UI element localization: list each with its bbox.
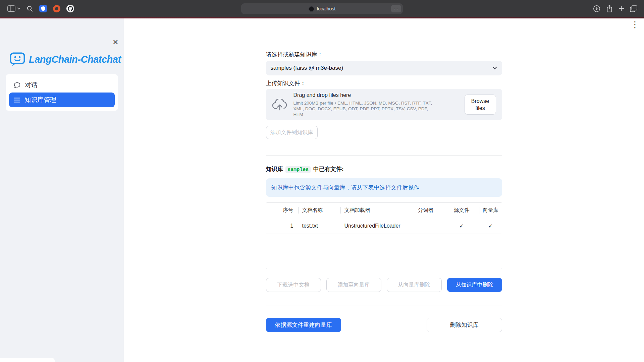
page-settings-button[interactable]: ⋯ — [391, 5, 401, 12]
table-header-splitter[interactable]: 分词器 — [408, 203, 444, 218]
address-bar[interactable]: localhost ⋯ — [241, 3, 403, 14]
kb-select[interactable]: samples (faiss @ m3e-base) — [266, 61, 502, 75]
downloads-icon[interactable] — [593, 5, 600, 12]
search-button[interactable] — [26, 5, 33, 12]
table-header-source[interactable]: 源文件 — [444, 203, 480, 218]
table-header-row: 序号 文档名称 文档加载器 分词器 源文件 向量库 — [266, 203, 502, 218]
add-files-to-kb-button[interactable]: 添加文件到知识库 — [266, 126, 318, 139]
kb-heading-suffix: 中已有文件: — [312, 166, 343, 172]
file-dropzone[interactable]: Drag and drop files here Limit 200MB per… — [266, 89, 502, 120]
sidebar-item-label: 对话 — [25, 81, 38, 89]
delete-from-kb-button[interactable]: 从知识库中删除 — [447, 278, 502, 292]
dropzone-limits: Limit 200MB per file • EML, HTML, JSON, … — [293, 100, 438, 117]
main-content: ⋮ 请选择或新建知识库： samples (faiss @ m3e-base) … — [124, 18, 644, 362]
list-icon — [14, 98, 20, 103]
cell-index: 1 — [266, 218, 298, 234]
table-header-name[interactable]: 文档名称 — [298, 203, 340, 218]
extension-github-icon[interactable] — [66, 5, 74, 12]
table-header-loader[interactable]: 文档加载器 — [340, 203, 408, 218]
tab-overview-icon[interactable] — [630, 5, 637, 12]
new-tab-icon[interactable] — [619, 6, 624, 11]
dropzone-title: Drag and drop files here — [293, 92, 438, 98]
browser-toolbar: localhost ⋯ — [0, 0, 644, 17]
delete-kb-button[interactable]: 删除知识库 — [427, 318, 502, 332]
site-favicon — [309, 6, 314, 12]
kb-files-heading: 知识库 samples 中已有文件: — [266, 165, 502, 173]
sidebar-panel-icon — [7, 5, 15, 12]
kb-name-code: samples — [285, 166, 311, 173]
app-sidebar: ✕ LangChain-Chatchat 对 — [0, 18, 124, 362]
extension-shield-icon[interactable] — [39, 5, 47, 12]
browser-status-bar — [0, 358, 55, 362]
sidebar-toggle-button[interactable] — [7, 5, 20, 12]
kb-select-value: samples (faiss @ m3e-base) — [271, 65, 343, 71]
search-icon — [26, 5, 33, 12]
cell-loader: UnstructuredFileLoader — [340, 218, 408, 234]
browse-files-button[interactable]: Browse files — [465, 95, 496, 115]
info-banner: 知识库中包含源文件与向量库，请从下表中选择文件后操作 — [266, 178, 502, 197]
download-selected-button[interactable]: 下载选中文档 — [266, 278, 321, 292]
table-header-vector[interactable]: 向量库 — [480, 203, 502, 218]
table-row[interactable]: 1 test.txt UnstructuredFileLoader ✓ ✓ — [266, 218, 502, 234]
divider — [266, 305, 502, 305]
share-icon[interactable] — [606, 5, 613, 12]
chevron-down-icon — [17, 7, 20, 10]
cell-vector-check: ✓ — [480, 218, 502, 234]
sidebar-close-button[interactable]: ✕ — [112, 39, 118, 46]
url-text: localhost — [317, 6, 335, 11]
file-action-buttons: 下载选中文档 添加至向量库 从向量库删除 从知识库中删除 — [266, 278, 502, 292]
cloud-upload-icon — [272, 99, 287, 111]
remove-from-vector-button[interactable]: 从向量库删除 — [387, 278, 442, 292]
cell-source-check: ✓ — [444, 218, 480, 234]
kb-action-buttons: 依据源文件重建向量库 删除知识库 — [266, 318, 502, 332]
chevron-down-icon — [492, 66, 497, 70]
chat-bubble-logo-icon — [10, 52, 25, 67]
select-kb-label: 请选择或新建知识库： — [266, 51, 502, 58]
sidebar-item-kb-management[interactable]: 知识库管理 — [9, 93, 115, 107]
sidebar-item-dialogue[interactable]: 对话 — [9, 78, 115, 93]
cell-splitter — [408, 218, 444, 234]
kb-files-table: 序号 文档名称 文档加载器 分词器 源文件 向量库 1 test.txt Uns… — [266, 202, 502, 269]
app-logo-text: LangChain-Chatchat — [29, 54, 121, 65]
sidebar-item-label: 知识库管理 — [24, 96, 56, 104]
cell-file-name: test.txt — [298, 218, 340, 234]
upload-label: 上传知识文件： — [266, 80, 502, 87]
streamlit-menu-button[interactable]: ⋮ — [631, 20, 639, 29]
app-logo: LangChain-Chatchat — [10, 52, 124, 67]
table-header-index[interactable]: 序号 — [266, 203, 298, 218]
kb-heading-prefix: 知识库 — [266, 166, 285, 172]
sidebar-menu: 对话 知识库管理 — [6, 74, 118, 111]
extension-circle-icon[interactable] — [53, 5, 60, 12]
rebuild-vector-store-button[interactable]: 依据源文件重建向量库 — [266, 318, 341, 332]
chat-icon — [14, 82, 20, 88]
add-to-vector-button[interactable]: 添加至向量库 — [326, 278, 381, 292]
divider — [266, 155, 502, 156]
